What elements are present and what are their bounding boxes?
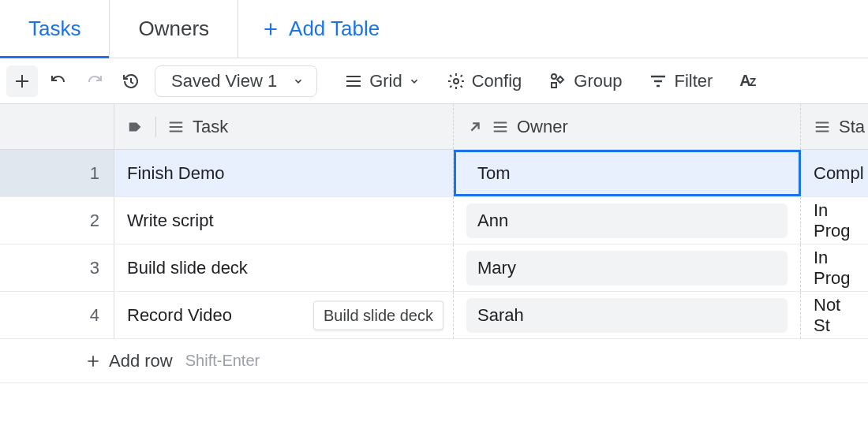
cell-text: Finish Demo bbox=[127, 163, 224, 184]
column-label: Task bbox=[193, 117, 228, 137]
table-row[interactable]: 3 Build slide deck Mary In Prog bbox=[0, 244, 868, 292]
sort-button[interactable]: AZ bbox=[728, 65, 754, 97]
filter-label: Filter bbox=[674, 71, 713, 91]
group-button[interactable]: Group bbox=[537, 65, 633, 97]
column-header-owner[interactable]: Owner bbox=[454, 104, 801, 149]
saved-view-label: Saved View 1 bbox=[171, 71, 277, 91]
table-row[interactable]: 2 Write script Ann In Prog bbox=[0, 197, 868, 244]
grid-icon bbox=[344, 72, 363, 91]
row-number[interactable]: 4 bbox=[0, 292, 114, 338]
grid-label: Grid bbox=[369, 71, 402, 91]
chip-text: Ann bbox=[477, 211, 508, 231]
row-number[interactable]: 3 bbox=[0, 244, 114, 291]
tab-label: Owners bbox=[138, 17, 209, 41]
svg-point-1 bbox=[552, 74, 556, 79]
tabs: Tasks Owners Add Table bbox=[0, 0, 868, 58]
link-arrow-icon bbox=[466, 118, 484, 136]
toolbar: Saved View 1 Grid Config Group Filter A bbox=[0, 58, 868, 104]
chevron-down-icon bbox=[293, 76, 304, 87]
row-number[interactable]: 1 bbox=[0, 150, 114, 196]
text-icon bbox=[492, 118, 509, 136]
cell-owner[interactable]: Mary bbox=[454, 244, 801, 291]
owner-chip: Sarah bbox=[466, 298, 788, 333]
group-label: Group bbox=[574, 71, 622, 91]
table-header: Task Owner Sta bbox=[0, 104, 868, 150]
cell-status[interactable]: Compl bbox=[801, 150, 868, 196]
history-button[interactable] bbox=[115, 65, 147, 97]
sort-icon: AZ bbox=[739, 72, 754, 90]
add-row-button[interactable]: Add row Shift-Enter bbox=[0, 339, 868, 383]
cell-text: Write script bbox=[127, 211, 214, 231]
chip-text: Mary bbox=[477, 258, 516, 278]
chip-text: Sarah bbox=[477, 305, 524, 326]
owner-chip: Ann bbox=[466, 203, 788, 238]
cell-text: Build slide deck bbox=[127, 258, 248, 278]
view-type-select[interactable]: Grid bbox=[333, 65, 431, 97]
table-body: 1 Finish Demo Tom Compl 2 Write script A… bbox=[0, 150, 868, 383]
saved-view-select[interactable]: Saved View 1 bbox=[155, 65, 317, 97]
owner-chip: Mary bbox=[466, 251, 788, 285]
cell-owner[interactable]: Sarah bbox=[454, 292, 801, 338]
filter-icon bbox=[649, 72, 668, 91]
column-label: Owner bbox=[517, 117, 568, 137]
cell-status[interactable]: In Prog bbox=[801, 244, 868, 291]
undo-button[interactable] bbox=[43, 65, 74, 97]
cell-owner[interactable]: Ann bbox=[454, 197, 801, 244]
chip-text: Tom bbox=[477, 163, 511, 184]
cell-task[interactable]: Record Video Build slide deck bbox=[114, 292, 454, 338]
cell-status[interactable]: In Prog bbox=[801, 197, 868, 244]
add-row-label: Add row bbox=[109, 351, 173, 371]
column-label: Sta bbox=[839, 117, 865, 137]
column-header-task[interactable]: Task bbox=[114, 104, 454, 149]
add-button[interactable] bbox=[6, 65, 38, 97]
add-table-button[interactable]: Add Table bbox=[238, 0, 402, 58]
cell-text: In Prog bbox=[814, 248, 855, 289]
group-icon bbox=[548, 72, 567, 91]
config-button[interactable]: Config bbox=[436, 65, 533, 97]
owner-chip: Tom bbox=[466, 156, 788, 191]
cell-tooltip: Build slide deck bbox=[313, 300, 443, 330]
label-tag-icon bbox=[127, 118, 144, 136]
tab-owners[interactable]: Owners bbox=[110, 0, 238, 58]
cell-text: In Prog bbox=[814, 200, 855, 241]
divider bbox=[155, 117, 156, 137]
filter-button[interactable]: Filter bbox=[638, 65, 724, 97]
table-row[interactable]: 1 Finish Demo Tom Compl bbox=[0, 150, 868, 197]
cell-text: Compl bbox=[814, 163, 864, 184]
cell-task[interactable]: Finish Demo bbox=[114, 150, 454, 196]
add-table-label: Add Table bbox=[289, 17, 380, 41]
plus-icon bbox=[260, 19, 281, 39]
tab-tasks[interactable]: Tasks bbox=[0, 0, 110, 58]
svg-point-0 bbox=[454, 79, 458, 84]
gear-icon bbox=[447, 72, 466, 91]
table-row[interactable]: 4 Record Video Build slide deck Sarah No… bbox=[0, 292, 868, 339]
plus-icon bbox=[85, 353, 101, 369]
config-label: Config bbox=[472, 71, 522, 91]
cell-task[interactable]: Build slide deck bbox=[114, 244, 454, 291]
row-number[interactable]: 2 bbox=[0, 197, 114, 244]
text-icon bbox=[814, 118, 831, 136]
column-header-status[interactable]: Sta bbox=[801, 104, 868, 149]
redo-button bbox=[79, 65, 110, 97]
row-number-header bbox=[0, 104, 114, 149]
text-icon bbox=[167, 118, 185, 136]
cell-owner[interactable]: Tom bbox=[454, 150, 801, 196]
chevron-down-icon bbox=[409, 76, 420, 87]
cell-text: Record Video bbox=[127, 305, 232, 326]
add-row-hint: Shift-Enter bbox=[185, 352, 260, 370]
cell-text: Not St bbox=[814, 295, 855, 336]
cell-task[interactable]: Write script bbox=[114, 197, 454, 244]
cell-status[interactable]: Not St bbox=[801, 292, 868, 338]
tab-label: Tasks bbox=[28, 17, 80, 41]
svg-rect-2 bbox=[552, 83, 556, 88]
